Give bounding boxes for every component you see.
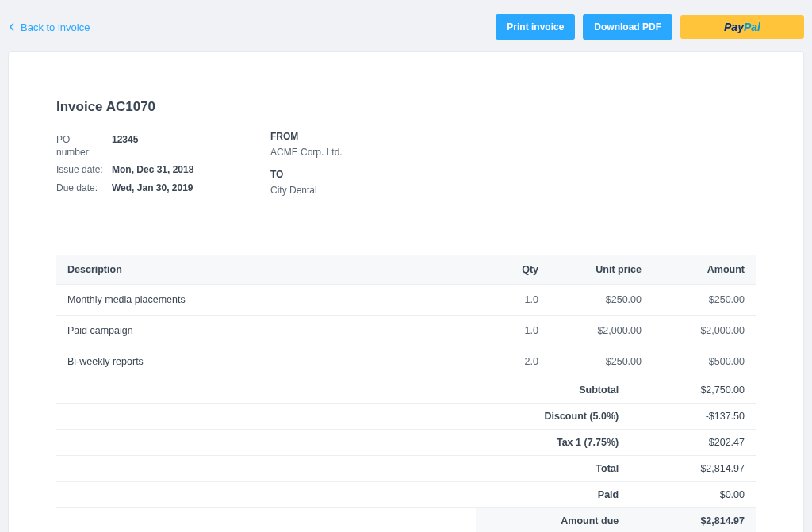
amount-due-label: Amount due xyxy=(476,508,630,533)
issue-date-label: Issue date: xyxy=(56,161,112,178)
subtotal-value: $2,750.00 xyxy=(630,377,756,404)
download-pdf-button[interactable]: Download PDF xyxy=(583,14,672,40)
col-amount: Amount xyxy=(653,255,756,285)
line-unit-price: $2,000.00 xyxy=(550,316,653,346)
issue-date-value: Mon, Dec 31, 2018 xyxy=(112,161,198,178)
line-unit-price: $250.00 xyxy=(550,285,653,316)
col-description: Description xyxy=(56,255,478,285)
col-qty: Qty xyxy=(478,255,550,285)
line-qty: 1.0 xyxy=(478,316,550,346)
tax-value: $202.47 xyxy=(630,430,756,456)
col-unit-price: Unit price xyxy=(550,255,653,285)
po-number-value: 12345 xyxy=(112,131,198,161)
paypal-button[interactable]: PayPal xyxy=(680,15,804,39)
chevron-left-icon xyxy=(8,21,16,33)
line-description: Monthly media placements xyxy=(56,285,478,316)
invoice-parties: FROM ACME Corp. Ltd. TO City Dental xyxy=(270,131,343,207)
from-heading: FROM xyxy=(270,131,343,142)
line-qty: 1.0 xyxy=(478,285,550,316)
line-unit-price: $250.00 xyxy=(550,346,653,377)
line-description: Paid campaign xyxy=(56,316,478,346)
paid-label: Paid xyxy=(476,482,630,508)
invoice-card: Invoice AC1070 PO number: 12345 Issue da… xyxy=(8,51,804,532)
print-invoice-button[interactable]: Print invoice xyxy=(496,14,575,40)
invoice-title: Invoice AC1070 xyxy=(56,99,756,115)
line-qty: 2.0 xyxy=(478,346,550,377)
line-description: Bi-weekly reports xyxy=(56,346,478,377)
table-row: Paid campaign 1.0 $2,000.00 $2,000.00 xyxy=(56,316,756,346)
from-name: ACME Corp. Ltd. xyxy=(270,147,343,158)
table-row: Monthly media placements 1.0 $250.00 $25… xyxy=(56,285,756,316)
due-date-value: Wed, Jan 30, 2019 xyxy=(112,179,198,197)
to-heading: TO xyxy=(270,169,343,180)
po-number-label: PO number: xyxy=(56,131,112,161)
line-items-table: Description Qty Unit price Amount Monthl… xyxy=(56,255,756,377)
action-bar: Print invoice Download PDF PayPal xyxy=(496,14,804,40)
subtotal-label: Subtotal xyxy=(476,377,630,404)
tax-label: Tax 1 (7.75%) xyxy=(476,430,630,456)
amount-due-value: $2,814.97 xyxy=(630,508,756,533)
back-link-label: Back to invoice xyxy=(21,21,90,33)
total-value: $2,814.97 xyxy=(630,456,756,482)
table-row: Bi-weekly reports 2.0 $250.00 $500.00 xyxy=(56,346,756,377)
back-to-invoice-link[interactable]: Back to invoice xyxy=(8,21,90,33)
totals-table: Subtotal $2,750.00 Discount (5.0%) -$137… xyxy=(56,377,756,532)
due-date-label: Due date: xyxy=(56,179,112,197)
paypal-logo: PayPal xyxy=(724,21,760,33)
line-amount: $250.00 xyxy=(653,285,756,316)
line-amount: $2,000.00 xyxy=(653,316,756,346)
invoice-meta: PO number: 12345 Issue date: Mon, Dec 31… xyxy=(56,131,215,207)
discount-label: Discount (5.0%) xyxy=(476,404,630,430)
discount-value: -$137.50 xyxy=(630,404,756,430)
to-name: City Dental xyxy=(270,185,343,196)
line-amount: $500.00 xyxy=(653,346,756,377)
paid-value: $0.00 xyxy=(630,482,756,508)
total-label: Total xyxy=(476,456,630,482)
